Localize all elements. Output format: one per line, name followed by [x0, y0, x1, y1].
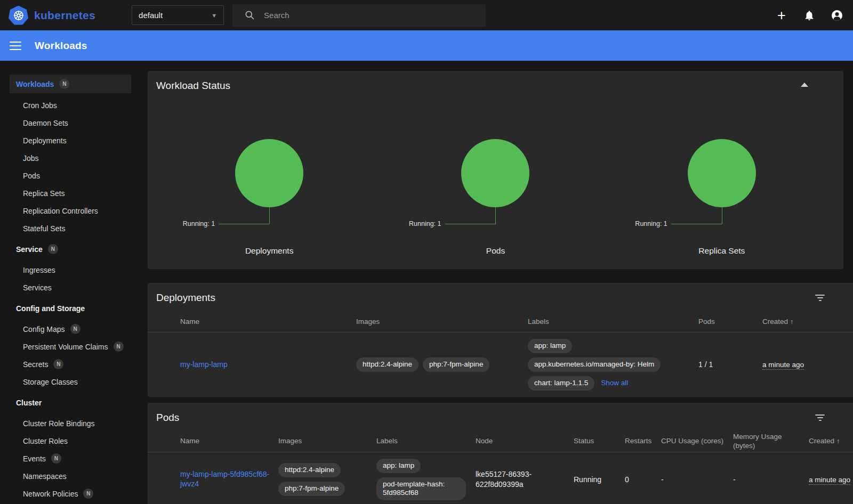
- page-title: Workloads: [35, 40, 87, 52]
- card-title: Workload Status: [156, 80, 835, 92]
- sidebar: Workloads N Cron Jobs Daemon Sets Deploy…: [0, 61, 140, 504]
- create-resource-button[interactable]: +: [775, 9, 788, 22]
- image-chip: php:7-fpm-alpine: [278, 482, 345, 496]
- sidebar-section-cluster: Cluster: [10, 394, 131, 411]
- chart-callout-label: Running: 1: [635, 220, 667, 227]
- sidebar-item-jobs[interactable]: Jobs: [10, 149, 131, 167]
- column-header-created[interactable]: Created↑: [809, 436, 853, 446]
- column-header-images: Images: [356, 317, 528, 327]
- account-button[interactable]: [831, 9, 843, 22]
- sidebar-item-services[interactable]: Services: [10, 279, 131, 296]
- cpu-usage: -: [661, 475, 733, 484]
- show-all-link[interactable]: Show all: [601, 379, 628, 387]
- menu-button[interactable]: [10, 42, 21, 50]
- callout-line: [445, 224, 496, 224]
- card-title: Deployments: [148, 292, 853, 304]
- sidebar-item-deployments[interactable]: Deployments: [10, 132, 131, 149]
- table-header-row: Name Images Labels Node Status Restarts …: [148, 431, 853, 452]
- new-badge: N: [51, 453, 61, 464]
- callout-line: [219, 224, 269, 224]
- sidebar-item-workloads[interactable]: Workloads N: [10, 75, 131, 93]
- workload-status-card: Workload Status Running: 1 Deployments: [148, 71, 843, 269]
- pods-card: Pods Name Images Labels Node Status Rest…: [148, 403, 853, 504]
- pods-status-chart: Running: 1 Pods: [382, 139, 608, 256]
- top-bar: kubernetes default ▼ +: [0, 0, 853, 30]
- sidebar-item-namespaces[interactable]: Namespaces: [10, 467, 131, 485]
- pie-chart: [688, 139, 756, 207]
- sidebar-item-replication-controllers[interactable]: Replication Controllers: [10, 202, 131, 220]
- column-header-labels: Labels: [376, 436, 476, 446]
- callout-line: [722, 207, 722, 224]
- created-timestamp: a minute ago: [762, 361, 804, 370]
- sort-ascending-icon: ↑: [836, 437, 840, 445]
- table-header-row: Name Images Labels Pods Created↑: [148, 311, 853, 332]
- callout-line: [671, 224, 722, 224]
- main-content: Workload Status Running: 1 Deployments: [140, 61, 853, 504]
- sidebar-item-replica-sets[interactable]: Replica Sets: [10, 184, 131, 202]
- filter-icon[interactable]: [815, 414, 825, 421]
- new-badge: N: [59, 79, 69, 89]
- pod-status: Running: [574, 475, 625, 484]
- table-row[interactable]: my-lamp-lamp httpd:2.4-alpinephp:7-fpm-a…: [148, 332, 853, 397]
- search-icon: [244, 10, 255, 21]
- created-timestamp: a minute ago: [809, 476, 850, 485]
- sidebar-item-storage-classes[interactable]: Storage Classes: [10, 373, 131, 391]
- collapse-icon[interactable]: [801, 83, 808, 87]
- column-header-name[interactable]: Name: [180, 317, 356, 327]
- pod-name-link[interactable]: my-lamp-lamp-5fd985cf68-jwvz4: [180, 470, 269, 488]
- sidebar-item-config-maps[interactable]: Config Maps N: [10, 320, 131, 338]
- chart-callout-label: Running: 1: [183, 220, 215, 227]
- new-badge: N: [114, 342, 124, 352]
- label-chip: pod-template-hash: 5fd985cf68: [376, 477, 466, 501]
- column-header-restarts: Restarts: [625, 436, 661, 446]
- app-bar: Workloads: [0, 30, 853, 61]
- sidebar-item-events[interactable]: Events N: [10, 450, 131, 467]
- column-header-pods: Pods: [698, 317, 762, 327]
- namespace-select[interactable]: default ▼: [132, 5, 224, 25]
- sidebar-item-ingresses[interactable]: Ingresses: [10, 261, 131, 279]
- deployments-status-chart: Running: 1 Deployments: [156, 139, 382, 256]
- column-header-created[interactable]: Created↑: [762, 317, 853, 327]
- image-chip: httpd:2.4-alpine: [278, 463, 341, 477]
- restarts-count: 0: [625, 475, 661, 484]
- deployment-name-link[interactable]: my-lamp-lamp: [180, 360, 228, 369]
- column-header-cpu: CPU Usage (cores): [661, 436, 733, 446]
- sidebar-item-cluster-role-bindings[interactable]: Cluster Role Bindings: [10, 414, 131, 432]
- chart-title: Replica Sets: [698, 246, 745, 256]
- label-chip: chart: lamp-1.1.5: [528, 376, 594, 391]
- image-chip: php:7-fpm-alpine: [423, 357, 489, 372]
- sidebar-item-stateful-sets[interactable]: Stateful Sets: [10, 220, 131, 237]
- sidebar-item-cron-jobs[interactable]: Cron Jobs: [10, 96, 131, 114]
- plus-icon: +: [777, 9, 786, 22]
- table-row[interactable]: my-lamp-lamp-5fd985cf68-jwvz4 httpd:2.4-…: [148, 452, 853, 504]
- chart-title: Deployments: [245, 246, 293, 256]
- sidebar-item-daemon-sets[interactable]: Daemon Sets: [10, 114, 131, 132]
- kubernetes-logo-icon: [9, 6, 28, 25]
- label-chip: app.kubernetes.io/managed-by: Helm: [528, 357, 661, 372]
- pie-chart: [461, 139, 529, 207]
- search-box[interactable]: [232, 4, 486, 27]
- sort-ascending-icon: ↑: [790, 318, 794, 326]
- sidebar-item-secrets[interactable]: Secrets N: [10, 355, 131, 373]
- sidebar-item-pods[interactable]: Pods: [10, 167, 131, 184]
- namespace-value: default: [139, 11, 163, 20]
- chart-callout-label: Running: 1: [409, 220, 441, 227]
- search-input[interactable]: [264, 11, 456, 20]
- sidebar-item-cluster-roles[interactable]: Cluster Roles: [10, 432, 131, 450]
- image-chip: httpd:2.4-alpine: [356, 357, 419, 372]
- callout-line: [495, 207, 496, 224]
- pie-chart: [235, 139, 303, 207]
- deployments-card: Deployments Name Images Labels Pods Crea…: [148, 283, 853, 397]
- label-chip: app: lamp: [376, 459, 421, 473]
- label-chip: app: lamp: [528, 339, 572, 353]
- notifications-button[interactable]: [803, 9, 816, 22]
- sidebar-section-config-and-storage: Config and Storage: [10, 299, 131, 317]
- sidebar-item-service[interactable]: Service N: [10, 240, 131, 258]
- column-header-name[interactable]: Name: [180, 436, 278, 446]
- sidebar-item-network-policies[interactable]: Network Policies N: [10, 485, 131, 502]
- memory-usage: -: [733, 475, 809, 484]
- column-header-node: Node: [476, 436, 574, 446]
- brand-wordmark: kubernetes: [34, 9, 95, 22]
- sidebar-item-persistent-volume-claims[interactable]: Persistent Volume Claims N: [10, 338, 131, 355]
- filter-icon[interactable]: [815, 295, 825, 301]
